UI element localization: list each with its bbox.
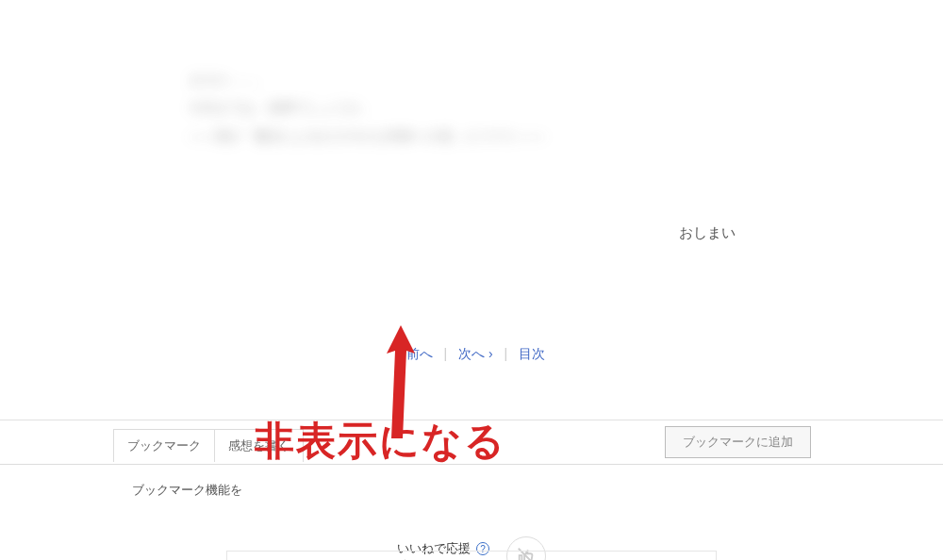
next-link[interactable]: 次へ ›: [451, 346, 501, 361]
nav-separator: |: [443, 346, 447, 361]
chapter-nav: ‹ 前へ | 次へ › | 目次: [189, 346, 754, 363]
bottom-box: [226, 551, 717, 560]
tab-review[interactable]: 感想を書く: [215, 429, 304, 462]
end-marker: おしまい: [189, 224, 736, 242]
add-bookmark-button[interactable]: ブックマークに追加: [665, 426, 811, 458]
tab-bar: ブックマーク 感想を書く ブックマークに追加: [0, 420, 943, 465]
blurred-paragraph: まさか……、 今日までは、無事でしょうか。 ――僕が「魔法によるささやかな奇跡へ…: [189, 66, 754, 149]
bookmark-hint: ブックマーク機能を: [0, 465, 943, 499]
story-content: まさか……、 今日までは、無事でしょうか。 ――僕が「魔法によるささやかな奇跡へ…: [0, 0, 943, 382]
prev-link[interactable]: ‹ 前へ: [390, 346, 440, 361]
toc-link[interactable]: 目次: [511, 346, 553, 361]
nav-separator: |: [504, 346, 507, 361]
blurred-line: まさか……、: [189, 66, 754, 92]
bookmark-hint-text: ブックマーク機能を: [132, 483, 242, 497]
blurred-line: 今日までは、無事でしょうか。: [189, 94, 754, 121]
blurred-line: ――僕が「魔法によるささやかな奇跡への道」につづく――: [189, 123, 754, 149]
tab-bookmark[interactable]: ブックマーク: [113, 429, 215, 462]
